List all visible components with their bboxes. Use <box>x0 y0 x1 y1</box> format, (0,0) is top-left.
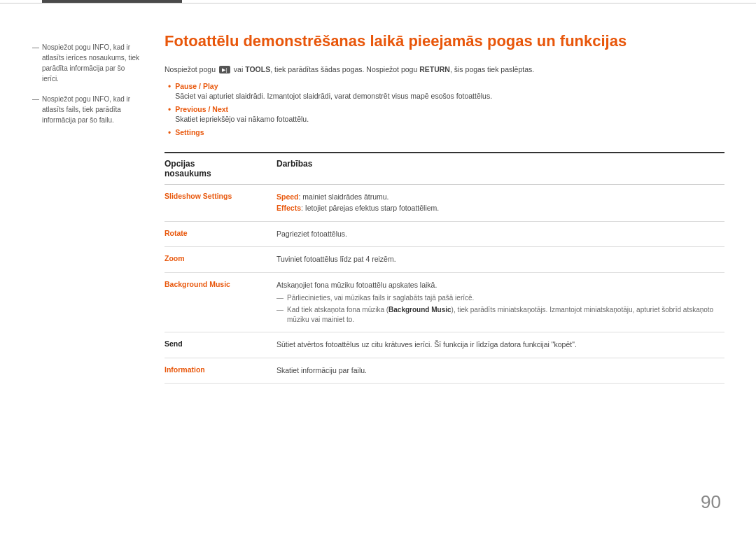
bullet-title-2: Previous / Next <box>175 105 228 113</box>
note-bgmusic-1: — Pārliecinieties, vai mūzikas fails ir … <box>276 293 724 303</box>
bullet-content-3: Settings <box>175 128 724 136</box>
options-table: Opcijas nosaukums Darbības Slideshow Set… <box>164 152 724 384</box>
bullet-desc-1: Sāciet vai apturiet slaidrādi. Izmantojo… <box>175 91 724 101</box>
bullet-settings: • Settings <box>168 128 724 138</box>
page-number: 90 <box>701 491 721 513</box>
action-slideshow: Speed: mainiet slaidrādes ātrumu. Effect… <box>276 192 724 214</box>
action-rotate: Pagrieziet fotoattēlus. <box>276 229 724 240</box>
action-information: Skatiet informāciju par failu. <box>276 365 724 377</box>
note-bgmusic-2: — Kad tiek atskaņota fona mūzika (Backgr… <box>276 305 724 325</box>
action-bgmusic: Atskaņojiet fona mūziku fotoattēlu apska… <box>276 280 724 325</box>
sidebar: Nospiežot pogu INFO, kad ir atlasīts ier… <box>35 42 144 135</box>
option-bgmusic: Background Music <box>164 280 276 288</box>
bullet-title-3: Settings <box>175 128 204 136</box>
option-information: Information <box>164 365 276 374</box>
table-row-bgmusic: Background Music Atskaņojiet fona mūziku… <box>164 273 724 332</box>
action-send: Sūtiet atvērtos fotoattēlus uz citu krāt… <box>276 339 724 351</box>
option-rotate: Rotate <box>164 229 276 237</box>
intro-text: Nospiežot pogu ▶| vai TOOLS, tiek parādī… <box>164 64 724 76</box>
table-row-zoom: Zoom Tuviniet fotoattēlus līdz pat 4 rei… <box>164 247 724 273</box>
sidebar-item-2: Nospiežot pogu INFO, kad ir atlasīts fai… <box>35 94 144 125</box>
table-header: Opcijas nosaukums Darbības <box>164 153 724 185</box>
bullet-title-1: Pause / Play <box>175 82 218 90</box>
table-row-slideshow: Slideshow Settings Speed: mainiet slaidr… <box>164 185 724 222</box>
bullet-dot-2: • <box>168 105 171 115</box>
bullet-desc-2: Skatiet iepriekšējo vai nākamo fotoattēl… <box>175 114 724 125</box>
action-zoom: Tuviniet fotoattēlus līdz pat 4 reizēm. <box>276 254 724 265</box>
bullet-prev-next: • Previous / Next Skatiet iepriekšējo va… <box>168 105 724 125</box>
option-slideshow-settings: Slideshow Settings <box>164 192 276 200</box>
table-row-rotate: Rotate Pagrieziet fotoattēlus. <box>164 222 724 248</box>
option-zoom: Zoom <box>164 254 276 262</box>
main-content: Fotoattēlu demonstrēšanas laikā pieejamā… <box>164 31 724 384</box>
bullet-content-1: Pause / Play Sāciet vai apturiet slaidrā… <box>175 82 724 101</box>
bullet-content-2: Previous / Next Skatiet iepriekšējo vai … <box>175 105 724 125</box>
page-title: Fotoattēlu demonstrēšanas laikā pieejamā… <box>164 31 724 52</box>
sidebar-item-1: Nospiežot pogu INFO, kad ir atlasīts ier… <box>35 42 144 84</box>
header-col-action: Darbības <box>276 159 724 178</box>
bullet-dot-1: • <box>168 82 171 92</box>
bullet-dot-3: • <box>168 128 171 138</box>
bullet-pause-play: • Pause / Play Sāciet vai apturiet slaid… <box>168 82 724 101</box>
bullet-list: • Pause / Play Sāciet vai apturiet slaid… <box>168 82 724 138</box>
table-row-information: Information Skatiet informāciju par fail… <box>164 358 724 384</box>
header-col-option: Opcijas nosaukums <box>164 159 276 178</box>
table-row-send: Send Sūtiet atvērtos fotoattēlus uz citu… <box>164 332 724 358</box>
option-send: Send <box>164 339 276 348</box>
top-line <box>0 3 756 3</box>
